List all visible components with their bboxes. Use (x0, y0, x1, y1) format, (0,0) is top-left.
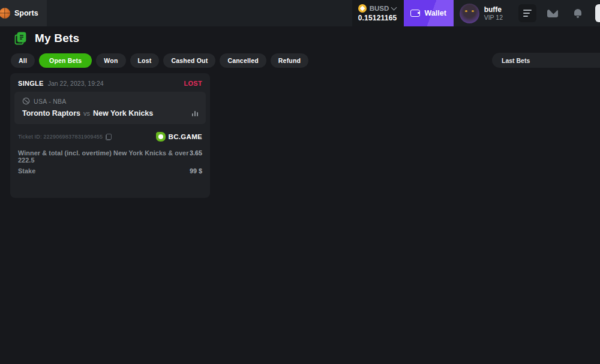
currency-code: BUSD (370, 5, 389, 12)
bet-filter-tabs: All Open Bets Won Lost Cashed Out Cancel… (11, 53, 308, 68)
sort-dropdown-label: Last Bets (502, 57, 530, 64)
bcgame-logo-icon (156, 132, 166, 142)
mail-icon (547, 10, 558, 17)
stats-icon[interactable] (192, 111, 198, 116)
league-label: USA - NBA (34, 98, 67, 105)
filter-all[interactable]: All (11, 53, 35, 68)
topbar-right-cluster: BUSD 0.15121165 Wallet buffe VIP 12 (352, 0, 600, 26)
vs-label: vs (83, 110, 90, 117)
wallet-button-label: Wallet (424, 9, 446, 17)
ticket-row: Ticket ID: 2229069837831909455 BC.GAME (14, 124, 206, 148)
team-away: New York Knicks (93, 109, 153, 118)
profile-username: buffe (484, 5, 503, 14)
brand-logo: BC.GAME (156, 132, 202, 142)
bet-status-badge: LOST (184, 80, 202, 87)
match-box[interactable]: USA - NBA Toronto Raptors vs New York Kn… (14, 92, 206, 124)
sort-dropdown[interactable]: Last Bets (492, 53, 600, 68)
teams-row: Toronto Raptors vs New York Knicks (22, 109, 198, 118)
bet-selection-row: Winner & total (incl. overtime) New York… (18, 149, 202, 164)
bet-list-icon (523, 10, 532, 17)
chat-panel-edge[interactable] (595, 4, 600, 22)
busd-coin-icon (358, 4, 367, 13)
my-bets-icon (13, 31, 28, 46)
brand-name: BC.GAME (169, 133, 202, 140)
ticket-id: Ticket ID: 2229069837831909455 (18, 134, 103, 140)
sport-ball-icon (22, 97, 30, 105)
bell-icon (574, 9, 582, 18)
basketball-icon (0, 8, 10, 19)
filter-won[interactable]: Won (96, 53, 125, 68)
bet-selection-label: Winner & total (incl. overtime) New York… (18, 149, 190, 164)
filter-refund[interactable]: Refund (271, 53, 308, 68)
bet-list-button[interactable] (518, 4, 536, 22)
profile-menu[interactable]: buffe VIP 12 (460, 4, 503, 23)
notifications-button[interactable] (569, 4, 587, 22)
league-row: USA - NBA (22, 97, 198, 105)
bet-type-label: SINGLE (18, 80, 44, 87)
bet-datetime: Jan 22, 2023, 19:24 (48, 80, 104, 87)
messages-button[interactable] (544, 4, 562, 22)
filter-cancelled[interactable]: Cancelled (220, 53, 266, 68)
bet-card[interactable]: SINGLE Jan 22, 2023, 19:24 LOST USA - NB… (10, 73, 210, 198)
page-header: My Bets (13, 31, 79, 46)
bet-stake-row: Stake 99 $ (18, 167, 202, 175)
wallet-icon (410, 10, 420, 17)
tab-sports[interactable]: Sports (0, 0, 47, 26)
chevron-down-icon (391, 5, 397, 11)
sports-tab-label: Sports (14, 9, 38, 17)
wallet-button[interactable]: Wallet (404, 0, 454, 26)
bet-odds-value: 3.65 (190, 149, 202, 157)
bet-lines: Winner & total (incl. overtime) New York… (14, 148, 206, 180)
topbar: Sports BUSD 0.15121165 Wallet buffe VIP … (0, 0, 600, 26)
copy-icon[interactable] (106, 134, 112, 140)
stake-value: 99 $ (190, 167, 202, 175)
stake-label: Stake (18, 167, 35, 175)
profile-vip-level: VIP 12 (484, 14, 503, 22)
team-home: Toronto Raptors (22, 109, 80, 118)
page-title: My Bets (35, 32, 79, 45)
filter-lost[interactable]: Lost (130, 53, 160, 68)
currency-balance: 0.15121165 (358, 14, 398, 22)
avatar (460, 4, 479, 23)
filter-cashed-out[interactable]: Cashed Out (163, 53, 215, 68)
bet-card-header: SINGLE Jan 22, 2023, 19:24 LOST (14, 78, 206, 92)
filter-open-bets[interactable]: Open Bets (39, 53, 92, 68)
currency-selector[interactable]: BUSD 0.15121165 (352, 0, 404, 26)
